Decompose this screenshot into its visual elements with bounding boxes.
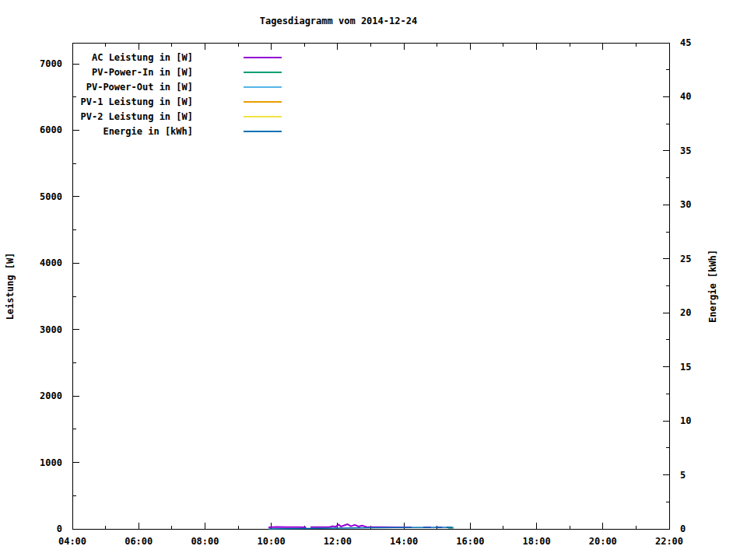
x-tick-label: 20:00 xyxy=(589,536,617,547)
plot-svg: 04:0006:0008:0010:0012:0014:0016:0018:00… xyxy=(0,0,747,560)
chart-canvas: Tagesdiagramm vom 2014-12-24 Leistung [W… xyxy=(0,0,747,560)
y-left-tick-label: 1000 xyxy=(40,457,62,468)
x-tick-label: 22:00 xyxy=(655,536,683,547)
x-tick-label: 18:00 xyxy=(522,536,550,547)
y-right-tick-label: 0 xyxy=(680,523,686,534)
legend-label: Energie in [kWh] xyxy=(103,126,193,137)
y-left-tick-label: 5000 xyxy=(40,191,62,202)
legend-label: PV-Power-In in [W] xyxy=(92,67,193,78)
x-tick-label: 16:00 xyxy=(456,536,484,547)
x-tick-label: 06:00 xyxy=(124,536,153,547)
y-left-tick-label: 0 xyxy=(57,523,62,534)
y-right-tick-label: 10 xyxy=(680,415,691,426)
y-left-tick-label: 4000 xyxy=(40,257,62,268)
legend-label: PV-Power-Out in [W] xyxy=(86,82,193,93)
y-left-tick-label: 7000 xyxy=(40,58,62,69)
legend-label: PV-2 Leistung in [W] xyxy=(81,111,194,122)
y-right-tick-label: 30 xyxy=(680,199,691,210)
y-right-tick-label: 40 xyxy=(680,91,691,102)
series-line xyxy=(310,524,412,527)
y-right-tick-label: 45 xyxy=(680,37,691,48)
y-left-tick-label: 6000 xyxy=(40,124,62,135)
y-right-tick-label: 35 xyxy=(680,145,691,156)
y-left-tick-label: 2000 xyxy=(40,390,62,401)
y-right-tick-label: 25 xyxy=(680,254,691,264)
y-right-tick-label: 20 xyxy=(680,307,691,318)
x-tick-label: 10:00 xyxy=(258,536,286,547)
y-right-tick-label: 15 xyxy=(680,362,691,373)
x-tick-label: 12:00 xyxy=(324,536,352,547)
x-tick-label: 04:00 xyxy=(58,536,86,547)
y-right-tick-label: 5 xyxy=(680,470,686,481)
legend-label: PV-1 Leistung in [W] xyxy=(81,96,194,107)
y-left-tick-label: 3000 xyxy=(40,324,62,335)
x-tick-label: 14:00 xyxy=(390,536,418,547)
legend-label: AC Leistung in [W] xyxy=(92,52,193,63)
x-tick-label: 08:00 xyxy=(191,536,219,547)
